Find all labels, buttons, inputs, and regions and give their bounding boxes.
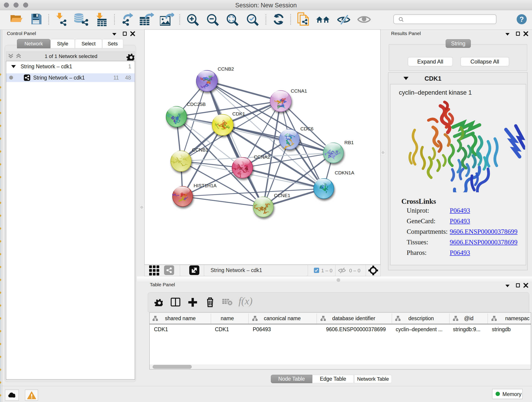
svg-text:CDK1: CDK1 [232, 111, 245, 116]
svg-text:CCNB1: CCNB1 [192, 147, 208, 153]
svg-text:CCNA2: CCNA2 [254, 154, 270, 160]
svg-text:HIST1H1A: HIST1H1A [194, 183, 216, 188]
svg-text:CDC25B: CDC25B [187, 102, 206, 107]
svg-text:CCNB2: CCNB2 [218, 66, 234, 71]
svg-text:CDKN1A: CDKN1A [335, 170, 354, 175]
svg-text:RB1: RB1 [344, 140, 354, 145]
svg-text:CCNA1: CCNA1 [291, 88, 307, 94]
svg-text:CCNE1: CCNE1 [274, 193, 290, 198]
svg-text:CDC6: CDC6 [300, 126, 313, 131]
